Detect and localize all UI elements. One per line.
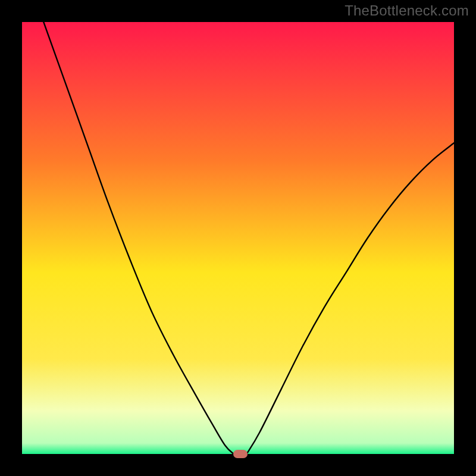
chart-svg [22,22,454,454]
gradient-background [22,22,454,454]
optimal-marker [233,450,248,458]
watermark-text: TheBottleneck.com [345,2,469,19]
plot-area [22,22,454,454]
chart-container: TheBottleneck.com [0,0,476,476]
